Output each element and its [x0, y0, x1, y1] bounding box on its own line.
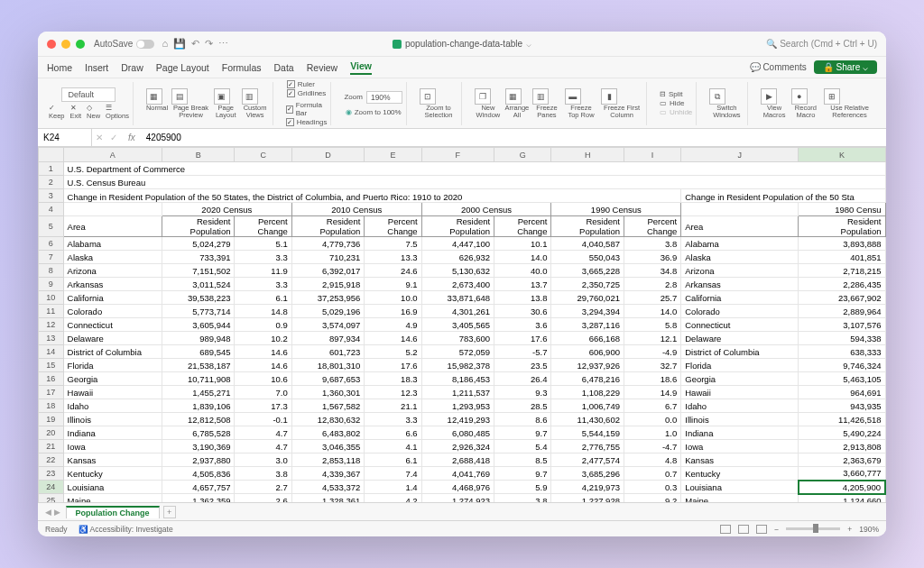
cell[interactable]: 2,889,964	[799, 305, 885, 318]
cell[interactable]: 4,505,836	[162, 467, 235, 481]
cell[interactable]: 1,293,953	[421, 399, 494, 413]
cell[interactable]: 1980 Censu	[799, 203, 885, 216]
cell[interactable]: 2.7	[235, 481, 291, 494]
cell[interactable]: Hawaii	[63, 386, 162, 399]
cell[interactable]: 0.7	[624, 467, 680, 481]
cell[interactable]: 5.2	[365, 345, 421, 359]
cell[interactable]: 3,190,369	[162, 440, 235, 453]
cell[interactable]: 4.9	[365, 318, 421, 332]
gridlines-checkbox[interactable]: ✓Gridlines	[287, 89, 327, 97]
cell[interactable]: 5.9	[494, 481, 551, 494]
spreadsheet-grid[interactable]: ABCDEFGHIJK 1U.S. Department of Commerce…	[38, 147, 886, 502]
cell[interactable]: 710,231	[291, 251, 365, 264]
split-button[interactable]: ⊟ Split	[660, 90, 692, 98]
cell[interactable]: -4.9	[624, 345, 680, 359]
cell[interactable]: 12,419,293	[421, 413, 494, 426]
cell[interactable]: 6,478,216	[551, 372, 624, 386]
cell[interactable]: 2,926,324	[421, 440, 494, 453]
cell[interactable]: Kentucky	[63, 467, 162, 481]
cell[interactable]: 36.9	[624, 251, 680, 264]
cell[interactable]: 14.6	[235, 359, 291, 372]
cell[interactable]: 1.0	[624, 426, 680, 440]
cell[interactable]: 6.7	[624, 399, 680, 413]
cell[interactable]: Illinois	[681, 413, 799, 426]
cell[interactable]: 1,360,301	[291, 386, 365, 399]
cell[interactable]: Louisiana	[681, 481, 799, 494]
name-box[interactable]: K24	[38, 129, 92, 146]
cell[interactable]: 572,059	[421, 345, 494, 359]
cell[interactable]: 2,350,725	[551, 278, 624, 291]
cell[interactable]: Arkansas	[681, 278, 799, 291]
cell[interactable]: District of Columbia	[63, 345, 162, 359]
zoom-out-button[interactable]: −	[774, 525, 779, 534]
enter-icon[interactable]: ✓	[106, 133, 121, 142]
cell[interactable]: 4,339,367	[291, 467, 365, 481]
unhide-button[interactable]: ▭ Unhide	[660, 108, 692, 116]
freeze-top-icon[interactable]: ▬	[565, 88, 581, 105]
zoom-level[interactable]: 190%	[859, 525, 879, 534]
cell[interactable]: Change in Resident Population of the 50 …	[681, 189, 885, 203]
cell[interactable]: 3,294,394	[551, 305, 624, 318]
cell[interactable]: 2.6	[235, 494, 291, 503]
cell[interactable]: Maine	[63, 494, 162, 503]
cell[interactable]: 2,937,880	[162, 453, 235, 467]
cell[interactable]: Idaho	[63, 399, 162, 413]
cell[interactable]: 1,455,271	[162, 386, 235, 399]
cell[interactable]: 2,477,574	[551, 453, 624, 467]
cell[interactable]: U.S. Census Bureau	[63, 176, 885, 189]
cell[interactable]: 1,362,359	[162, 494, 235, 503]
cell[interactable]: 666,168	[551, 332, 624, 345]
cell[interactable]: 964,691	[799, 386, 885, 399]
cell[interactable]: Hawaii	[681, 386, 799, 399]
cell[interactable]: Connecticut	[63, 318, 162, 332]
cell[interactable]: 3.3	[235, 251, 291, 264]
cell[interactable]: 4,040,587	[551, 237, 624, 251]
cell[interactable]: 7.0	[235, 386, 291, 399]
cell[interactable]: 18.3	[365, 372, 421, 386]
minimize-icon[interactable]	[61, 40, 70, 49]
share-button[interactable]: 🔒 Share ⌵	[814, 60, 877, 74]
cell[interactable]: 3,011,524	[162, 278, 235, 291]
cell[interactable]: 1,124,660	[799, 494, 885, 503]
cell[interactable]: 783,600	[421, 332, 494, 345]
tab-page-layout[interactable]: Page Layout	[156, 62, 209, 73]
cell[interactable]: 4,447,100	[421, 237, 494, 251]
cell[interactable]: 3,605,944	[162, 318, 235, 332]
cell[interactable]: 3.0	[235, 453, 291, 467]
cell[interactable]: 3,046,355	[291, 440, 365, 453]
switch-windows-icon[interactable]: ⧉	[709, 88, 725, 105]
cell[interactable]: Alabama	[63, 237, 162, 251]
cell[interactable]: 29,760,021	[551, 291, 624, 305]
cell[interactable]: 9.3	[494, 386, 551, 399]
cell[interactable]: 12,830,632	[291, 413, 365, 426]
cell[interactable]: 1,274,923	[421, 494, 494, 503]
pagelayout-view-icon[interactable]: ▣	[214, 88, 230, 105]
home-icon[interactable]: ⌂	[162, 38, 168, 50]
hide-button[interactable]: ▭ Hide	[660, 99, 692, 107]
record-macro-icon[interactable]: ●	[791, 88, 808, 105]
cell[interactable]: 550,043	[551, 251, 624, 264]
comments-button[interactable]: 💬 Comments	[750, 62, 807, 72]
cell[interactable]: Change in Resident Population of the 50 …	[63, 189, 681, 203]
cell[interactable]: 2,688,418	[421, 453, 494, 467]
cell[interactable]: 6,483,802	[291, 426, 365, 440]
cell[interactable]: 34.8	[624, 264, 680, 278]
normal-view-icon[interactable]: ▦	[146, 88, 162, 105]
cell[interactable]: 3.3	[235, 278, 291, 291]
cell[interactable]: 626,932	[421, 251, 494, 264]
cell[interactable]: Kansas	[63, 453, 162, 467]
cell[interactable]: 5,463,105	[799, 372, 885, 386]
cell[interactable]: 6,785,528	[162, 426, 235, 440]
cell[interactable]: 12,937,926	[551, 359, 624, 372]
cell[interactable]: 4,219,973	[551, 481, 624, 494]
cell[interactable]: 10.0	[365, 291, 421, 305]
cell[interactable]: 5.4	[494, 440, 551, 453]
tab-draw[interactable]: Draw	[121, 62, 143, 73]
cell[interactable]: 32.7	[624, 359, 680, 372]
tab-formulas[interactable]: Formulas	[222, 62, 262, 73]
cell[interactable]: 3,893,888	[799, 237, 885, 251]
save-icon[interactable]: 💾	[173, 38, 186, 50]
cell[interactable]: 0.3	[624, 481, 680, 494]
cell[interactable]: 6,392,017	[291, 264, 365, 278]
cell[interactable]: Louisiana	[63, 481, 162, 494]
